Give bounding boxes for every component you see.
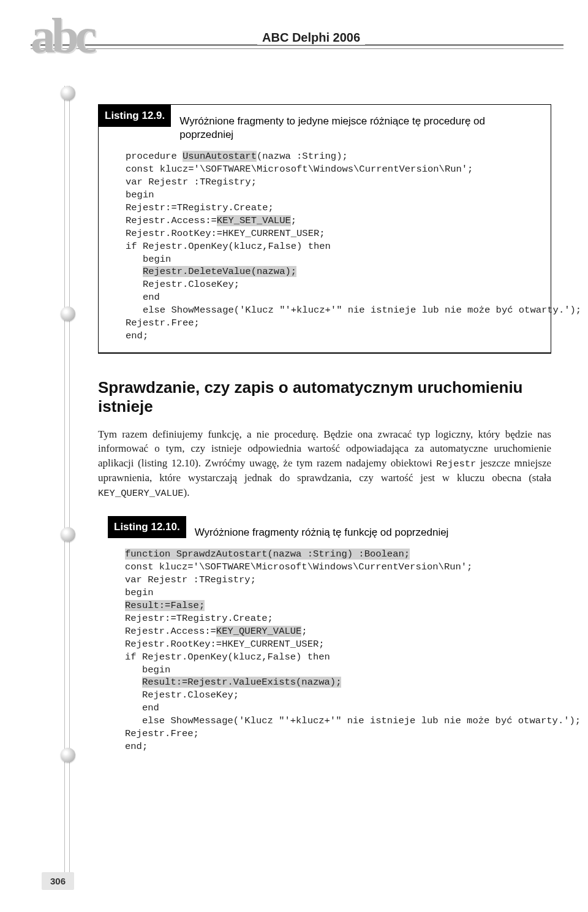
code-block: function SprawdzAutostart(nazwa :String)… [125,548,541,753]
listing-12-10: Listing 12.10. Wyróżnione fragmenty różn… [98,516,551,763]
section-heading: Sprawdzanie, czy zapis o automatycznym u… [98,378,551,416]
abc-logo: abc [31,18,93,53]
page-title: ABC Delphi 2006 [257,31,365,45]
main-content: Listing 12.9. Wyróżnione fragmenty to je… [98,104,551,788]
page-number: 306 [42,872,74,890]
left-ornament [58,86,80,887]
listing-caption: Wyróżnione fragmenty to jedyne miejsce r… [179,113,541,142]
listing-label: Listing 12.10. [108,516,186,538]
listing-label: Listing 12.9. [99,105,171,127]
listing-12-9: Listing 12.9. Wyróżnione fragmenty to je… [98,104,551,354]
header-rule [31,44,564,49]
listing-caption: Wyróżnione fragmenty różnią tę funkcję o… [195,525,449,539]
body-paragraph: Tym razem definiujemy funkcję, a nie pro… [98,427,551,500]
code-block: procedure UsunAutostart(nazwa :String); … [126,150,541,343]
